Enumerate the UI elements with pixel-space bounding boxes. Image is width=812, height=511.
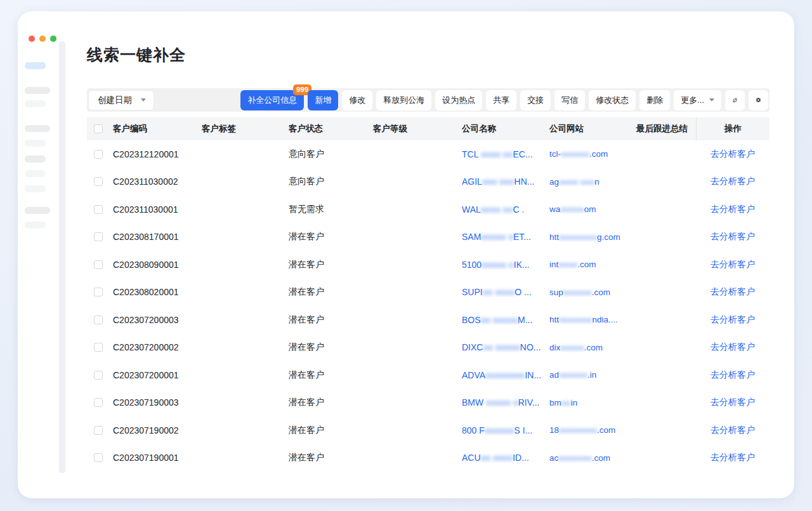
analyze-customer-link[interactable]: 去分析客户 [710, 452, 755, 462]
redacted-text: oooo [558, 260, 577, 269]
sidebar-item[interactable] [25, 222, 46, 229]
company-name-link[interactable]: DIXCoo oooooNO... [462, 342, 549, 352]
analyze-customer-link[interactable]: 去分析客户 [710, 231, 755, 241]
action-cell: 去分析客户 [696, 149, 769, 160]
toolbar-button[interactable]: 设为热点 [435, 90, 482, 110]
sidebar-item[interactable] [25, 140, 46, 147]
create-date-filter-dropdown[interactable]: 创建日期 [88, 90, 154, 110]
company-website-link[interactable]: intoooo.com [549, 260, 636, 269]
row-checkbox[interactable] [94, 343, 103, 352]
redacted-text: oo ooooo [481, 315, 518, 325]
company-website-link[interactable]: waoooooom [549, 204, 636, 214]
toolbar-button[interactable]: 删除 [639, 90, 670, 110]
company-name-link[interactable]: SAMooooo oET... [462, 232, 549, 242]
row-checkbox[interactable] [94, 260, 103, 269]
row-checkbox[interactable] [94, 453, 103, 462]
sidebar-item-active[interactable] [25, 62, 46, 69]
analyze-customer-link[interactable]: 去分析客户 [710, 286, 755, 296]
visible-text: WAL [462, 204, 481, 215]
sidebar-item[interactable] [25, 100, 46, 107]
analyze-customer-link[interactable]: 去分析客户 [710, 149, 755, 159]
column-header-last-followup: 最后跟进总结 [636, 123, 696, 135]
company-website-link[interactable]: dixooooo.com [549, 343, 636, 352]
customer-code: C202312120001 [113, 149, 202, 159]
action-cell: 去分析客户 [696, 176, 769, 187]
row-checkbox[interactable] [94, 232, 103, 241]
sidebar-item[interactable] [25, 87, 50, 94]
analyze-customer-link[interactable]: 去分析客户 [710, 342, 755, 352]
toolbar-button[interactable]: 共享 [486, 90, 516, 110]
toolbar-button[interactable]: 修改状态 [589, 90, 636, 110]
redacted-text: oooo oo [481, 204, 513, 215]
analyze-customer-link[interactable]: 去分析客户 [710, 259, 755, 269]
company-website-link[interactable]: 18oooooooo.com [549, 425, 636, 435]
close-window-button[interactable] [29, 36, 35, 42]
visible-text: in [571, 398, 578, 408]
chevron-down-icon [709, 98, 714, 102]
select-all-checkbox[interactable] [94, 124, 103, 133]
minimize-window-button[interactable] [39, 36, 46, 42]
row-checkbox[interactable] [94, 150, 103, 159]
row-checkbox[interactable] [94, 177, 103, 186]
visible-text: .com [577, 260, 596, 269]
company-name-link[interactable]: 5100ooooo oIK... [462, 260, 549, 270]
app-window: 线索一键补全 创建日期 补全公司信息 999 新增 修改释放到公海设为热点共享交… [18, 11, 794, 498]
company-name-link[interactable]: WALoooo ooC . [462, 204, 549, 215]
toolbar-button[interactable]: 写信 [554, 90, 585, 110]
sidebar-item[interactable] [25, 207, 50, 214]
toolbar-button[interactable]: 释放到公海 [376, 90, 431, 110]
company-name-link[interactable]: ACUoo ooooID... [462, 453, 549, 463]
redacted-text: oooooooo [559, 425, 597, 435]
company-website-link[interactable]: httoooooooog.com [549, 232, 636, 242]
toolbar-button[interactable]: 交接 [520, 90, 551, 110]
visible-text: om [584, 204, 596, 214]
row-checkbox[interactable] [94, 371, 103, 380]
sidebar-item[interactable] [25, 170, 46, 177]
row-checkbox[interactable] [94, 315, 103, 324]
row-checkbox[interactable] [94, 426, 103, 435]
sidebar-item[interactable] [25, 156, 46, 163]
more-button-label: 更多... [681, 95, 704, 106]
visible-text: ad [549, 370, 559, 380]
complete-company-info-button[interactable]: 补全公司信息 999 [240, 90, 304, 110]
more-button[interactable]: 更多... [674, 90, 721, 110]
analyze-customer-link[interactable]: 去分析客户 [710, 204, 755, 214]
maximize-window-button[interactable] [50, 36, 56, 42]
company-name-link[interactable]: 800 FooooooS I... [462, 425, 549, 435]
company-website-link[interactable]: bmooin [549, 398, 636, 408]
company-name-link[interactable]: TCL oooo ooEC... [462, 149, 549, 159]
company-website-link[interactable]: adoooooo.in [549, 370, 636, 380]
company-name-link[interactable]: BMW ooooo oRIV... [462, 397, 549, 408]
row-checkbox[interactable] [94, 398, 103, 407]
analyze-customer-link[interactable]: 去分析客户 [710, 369, 755, 380]
redacted-text: oooooo [485, 425, 514, 435]
visible-text: int [549, 260, 558, 269]
add-new-button[interactable]: 新增 [308, 90, 338, 110]
company-name-link[interactable]: SUPIoo ooooO ... [462, 287, 549, 297]
sync-icon-button[interactable] [725, 90, 745, 110]
redacted-text: oooooooo [559, 232, 597, 242]
action-cell: 去分析客户 [696, 286, 769, 298]
company-website-link[interactable]: tcl-oooooo.com [549, 149, 636, 159]
company-name-link[interactable]: ADVAooooooooIN... [462, 370, 549, 380]
company-website-link[interactable]: agoooo ooon [549, 177, 636, 187]
redacted-text: oooo oo [481, 149, 513, 159]
settings-icon-button[interactable] [749, 90, 768, 110]
analyze-customer-link[interactable]: 去分析客户 [710, 397, 755, 407]
company-website-link[interactable]: supoooooo.com [549, 288, 636, 297]
analyze-customer-link[interactable]: 去分析客户 [710, 425, 755, 435]
company-name-link[interactable]: BOSoo oooooM... [462, 315, 549, 325]
analyze-customer-link[interactable]: 去分析客户 [710, 314, 755, 324]
company-website-link[interactable]: httooooooondia.... [549, 315, 636, 324]
toolbar-button[interactable]: 修改 [342, 90, 372, 110]
visible-text: SUPI [462, 287, 483, 297]
sidebar-item[interactable] [25, 125, 50, 132]
row-checkbox[interactable] [94, 288, 103, 296]
company-name-link[interactable]: AGILooo oooHN... [462, 176, 549, 187]
column-header-company-name: 公司名称 [462, 123, 549, 135]
analyze-customer-link[interactable]: 去分析客户 [710, 176, 755, 186]
table-row: C202308170001潜在客户SAMooooo oET...httooooo… [87, 223, 769, 251]
sidebar-item[interactable] [25, 185, 46, 192]
company-website-link[interactable]: acooooooo.com [549, 453, 636, 463]
row-checkbox[interactable] [94, 205, 103, 214]
